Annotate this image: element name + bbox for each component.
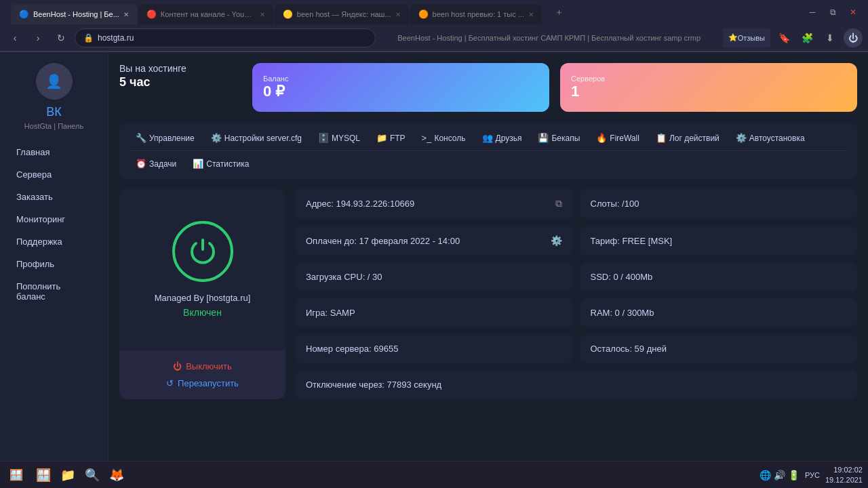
taskbar-time: 19:02:02 19.12.2021 (825, 465, 863, 485)
battery-icon: 🔋 (788, 470, 800, 481)
toolbar-btn-3[interactable]: 📁FTP (370, 129, 412, 146)
restore-button[interactable]: ⧉ (823, 3, 842, 22)
download-button[interactable]: ⬇ (821, 28, 840, 47)
reload-button[interactable]: ↻ (52, 28, 71, 47)
toolbar-btn-6[interactable]: 💾Бекапы (531, 129, 587, 146)
reviews-button[interactable]: ⭐ Отзывы (723, 28, 770, 47)
hosting-label: Вы на хостинге (119, 63, 241, 74)
browser-chrome: 🔵BeenHost - Hosting | Бе...✕🔴Контент на … (0, 0, 868, 52)
power-restart-button[interactable]: ↺ Перезапустить (166, 378, 239, 388)
taskbar-app-3[interactable]: 🦊 (106, 464, 127, 486)
toolbar-label-2: MYSQL (332, 134, 360, 143)
minimize-button[interactable]: ─ (803, 3, 822, 22)
power-off-icon: ⏻ (173, 361, 182, 371)
address-bar[interactable]: 🔒 hostgta.ru (75, 28, 376, 47)
toolbar-icon-2: 🗄️ (318, 133, 329, 143)
extension-button[interactable]: 🧩 (797, 28, 816, 47)
browser-tab-2[interactable]: 🟡been host — Яндекс: наш...✕ (275, 4, 409, 24)
tab-favicon: 🔵 (19, 9, 29, 19)
toolbar-icon-6: 💾 (538, 133, 549, 143)
tab-favicon: 🟠 (418, 9, 429, 19)
balance-card: Баланс 0 ₽ (252, 63, 549, 112)
toolbar-icon-8: 📋 (656, 133, 667, 143)
vk-icon[interactable]: ВК (46, 105, 62, 119)
tab-close-icon[interactable]: ✕ (395, 11, 401, 18)
servers-label: Серверов (571, 75, 846, 83)
tab-favicon: 🟡 (283, 9, 293, 19)
tabs-bar: 🔵BeenHost - Hosting | Бе...✕🔴Контент на … (5, 0, 547, 24)
toolbar-btn-8[interactable]: 📋Лог действий (649, 129, 726, 146)
power-icon-display (172, 221, 233, 282)
toolbar-btn-4[interactable]: >_Консоль (415, 129, 473, 146)
sidebar-item-3[interactable]: Мониторинг (5, 209, 102, 230)
tab-label: Контент на канале - YouTu... (161, 10, 256, 18)
info-label-6: Игра: SAMP (306, 308, 355, 318)
taskbar-apps: 🪟📁🔍🦊 (33, 464, 127, 486)
gear-icon[interactable]: ⚙️ (551, 235, 562, 246)
toolbar-btn-7[interactable]: 🔥FireWall (589, 129, 646, 146)
close-button[interactable]: ✕ (844, 3, 863, 22)
toolbar-btn-5[interactable]: 👥Друзья (475, 129, 529, 146)
tab-close-icon[interactable]: ✕ (528, 11, 534, 18)
info-card-9: Осталось: 59 дней (580, 334, 858, 363)
sidebar-item-1[interactable]: Сервера (5, 164, 102, 185)
avatar: 👤 (36, 63, 73, 100)
power-off-button[interactable]: ⏻ Выключить (173, 361, 232, 371)
new-tab-button[interactable]: ＋ (550, 3, 569, 22)
copy-icon[interactable]: ⧉ (555, 198, 562, 209)
toolbar-label-8: Лог действий (669, 134, 719, 143)
sidebar-item-0[interactable]: Главная (5, 142, 102, 163)
main-content: Вы на хостинге 5 час Баланс 0 ₽ Серверов… (108, 52, 868, 464)
toolbar-btn-9[interactable]: ⚙️Автоустановка (729, 129, 812, 146)
back-button[interactable]: ‹ (5, 28, 24, 47)
info-label-0: Адрес: 194.93.2.226:10669 (306, 199, 414, 209)
tab-close-icon[interactable]: ✕ (260, 11, 265, 18)
toolbar-btn-2[interactable]: 🗄️MYSQL (311, 129, 367, 146)
sidebar-item-4[interactable]: Поддержка (5, 231, 102, 252)
balance-value: 0 ₽ (263, 83, 538, 100)
toolbar-row2-btn-0[interactable]: ⏰Задачи (129, 155, 183, 172)
hosting-info: Вы на хостинге 5 час (119, 63, 241, 89)
browser-tab-0[interactable]: 🔵BeenHost - Hosting | Бе...✕ (11, 4, 137, 24)
sidebar-brand: HostGta | Панель (24, 122, 83, 130)
toolbar-label-0: Управление (149, 134, 195, 143)
taskbar-icons: 🌐 🔊 🔋 (760, 470, 800, 481)
toolbar-row1: 🔧Управление⚙️Настройки server.cfg🗄️MYSQL… (129, 129, 848, 146)
sidebar-item-5[interactable]: Профиль (5, 253, 102, 274)
sidebar-item-2[interactable]: Заказать (5, 186, 102, 207)
page-content: 👤 ВК HostGta | Панель ГлавнаяСервераЗака… (0, 52, 868, 464)
toolbar-label-7: FireWall (610, 134, 639, 143)
info-card-6: Игра: SAMP (295, 298, 573, 327)
tab-label: been host превью: 1 тыс ... (433, 10, 524, 18)
toolbar-label-4: Консоль (434, 134, 465, 143)
browser-tab-1[interactable]: 🔴Контент на канале - YouTu...✕ (138, 4, 273, 24)
power-icon-top[interactable]: ⏻ (844, 28, 863, 47)
hosting-time: 5 час (119, 75, 241, 89)
toolbar-icon-0: 🔧 (136, 133, 146, 143)
start-button[interactable]: 🪟 (5, 464, 27, 486)
tab-label: been host — Яндекс: наш... (297, 10, 391, 18)
toolbar-row2-icon-0: ⏰ (136, 159, 146, 169)
taskbar-app-1[interactable]: 📁 (57, 464, 79, 486)
browser-tab-3[interactable]: 🟠been host превью: 1 тыс ...✕ (410, 4, 542, 24)
forward-button[interactable]: › (28, 28, 47, 47)
bookmark-button[interactable]: 🔖 (774, 28, 793, 47)
toolbar-btn-0[interactable]: 🔧Управление (129, 129, 201, 146)
toolbar-icon-1: ⚙️ (211, 133, 222, 143)
info-card-1: Слоты: /100 (580, 188, 858, 219)
toolbar-label-9: Автоустановка (749, 134, 805, 143)
toolbar-btn-1[interactable]: ⚙️Настройки server.cfg (204, 129, 309, 146)
toolbar-icon-4: >_ (422, 133, 432, 143)
taskbar-app-0[interactable]: 🪟 (33, 464, 54, 486)
sidebar-item-6[interactable]: Пополнить баланс (5, 276, 102, 307)
info-label-2: Оплачен до: 17 февраля 2022 - 14:00 (306, 236, 460, 246)
taskbar-app-2[interactable]: 🔍 (81, 464, 103, 486)
info-card-5: SSD: 0 / 400Mb (580, 262, 858, 291)
info-label-8: Номер сервера: 69655 (306, 344, 398, 354)
tab-close-icon[interactable]: ✕ (123, 11, 129, 18)
info-label-4: Загрузка CPU: / 30 (306, 272, 382, 282)
info-card-2: Оплачен до: 17 февраля 2022 - 14:00⚙️ (295, 226, 573, 256)
toolbar-row2-btn-1[interactable]: 📊Статистика (186, 155, 256, 172)
taskbar-right: 🌐 🔊 🔋 РУС 19:02:02 19.12.2021 (760, 465, 863, 485)
toolbar-row2-label-1: Статистика (206, 159, 249, 169)
